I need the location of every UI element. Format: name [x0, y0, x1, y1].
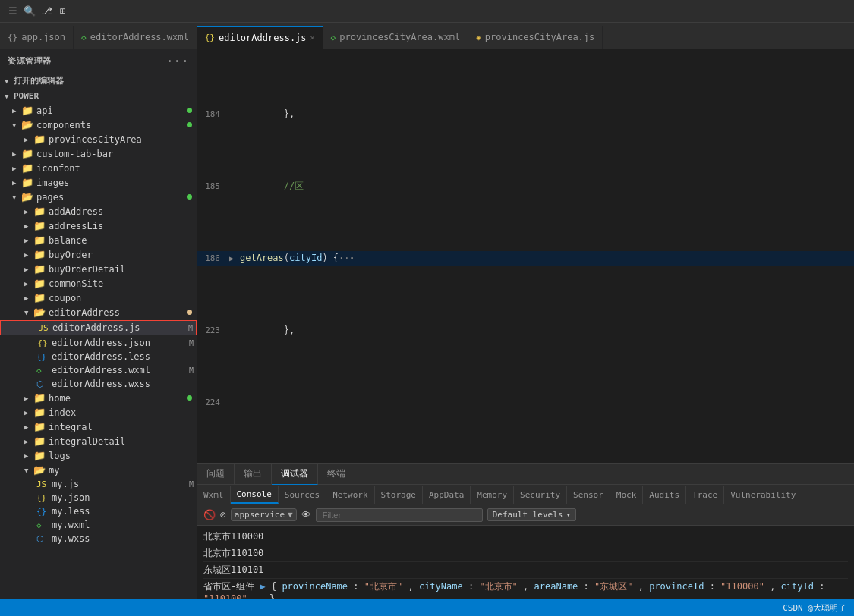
tab-close-js[interactable]: ✕ [310, 33, 315, 42]
sidebar-item-editor-address-folder[interactable]: ▼ 📂 editorAddress [0, 305, 197, 319]
collapse-arrow-186[interactable]: ▶ [229, 251, 240, 266]
inner-tab-audits[interactable]: Audits [643, 486, 686, 504]
editor-address-wxss-label: editorAddress.wxss [52, 379, 150, 389]
editor-address-less-label: editorAddress.less [52, 351, 150, 362]
filter-input[interactable] [316, 508, 483, 522]
folder-icon-integral-detail: 📁 [33, 435, 46, 447]
sidebar-item-pages[interactable]: ▼ 📂 pages [0, 190, 197, 204]
sidebar-item-editor-address-wxml[interactable]: ◇ editorAddress.wxml M [0, 363, 197, 377]
panel-tab-output[interactable]: 输出 [235, 464, 272, 485]
toolbar-clear-icon[interactable]: 🚫 [203, 509, 216, 520]
sidebar-item-editor-address-js[interactable]: JS editorAddress.js M [0, 320, 197, 335]
editor-address-json-label: editorAddress.json [52, 338, 150, 348]
sidebar-item-editor-address-json[interactable]: {} editorAddress.json M [0, 336, 197, 350]
buy-order-detail-label: buyOrderDetail [49, 264, 125, 275]
inner-tab-security[interactable]: Security [514, 486, 567, 504]
tab-provinces-js[interactable]: ◈ provincesCityArea.js [468, 26, 603, 49]
watermark-label: CSDN @大聪明了 [783, 602, 846, 614]
split-icon[interactable]: ⊞ [56, 5, 70, 18]
service-label: appservice [235, 510, 285, 520]
inner-tab-wxml[interactable]: Wxml [197, 486, 231, 504]
logs-label: logs [49, 451, 71, 461]
power-label: POWER [14, 91, 39, 101]
sidebar-item-integral-detail[interactable]: ▶ 📁 integralDetail [0, 434, 197, 448]
inner-tab-sources[interactable]: Sources [279, 486, 326, 504]
sidebar-dots[interactable]: ··· [166, 54, 189, 68]
sidebar-item-index[interactable]: ▶ 📁 index [0, 405, 197, 420]
tab-bar: {} app.json ◇ editorAddress.wxml {} edit… [0, 23, 854, 49]
coupon-label: coupon [49, 293, 81, 303]
sidebar-item-api[interactable]: ▶ 📁 api [0, 103, 197, 118]
sidebar-item-images[interactable]: ▶ 📁 images [0, 175, 197, 190]
panel-tab-issues[interactable]: 问题 [197, 464, 235, 485]
inner-tab-memory[interactable]: Memory [471, 486, 514, 504]
sidebar-item-my-wxml[interactable]: ◇ my.wxml [0, 518, 197, 532]
sidebar-item-add-address[interactable]: ▶ 📁 addAddress [0, 204, 197, 218]
service-selector[interactable]: appservice ▼ [231, 508, 297, 521]
sidebar-item-editor-address-wxss[interactable]: ⬡ editorAddress.wxss [0, 377, 197, 391]
console-output[interactable]: 北京市110000 北京市110100 东城区110101 省市区-组件 ▶ {… [197, 526, 854, 599]
search-icon[interactable]: 🔍 [23, 5, 36, 18]
inner-tab-mock[interactable]: Mock [610, 486, 644, 504]
sidebar-item-integral[interactable]: ▶ 📁 integral [0, 420, 197, 434]
console-val-province: "北京市" [364, 581, 402, 592]
tab-provinces-wxml[interactable]: ◇ provincesCityArea.wxml [323, 26, 469, 49]
sidebar-item-editor-address-less[interactable]: {} editorAddress.less [0, 350, 197, 363]
source-control-icon[interactable]: ⎇ [39, 5, 53, 18]
console-line-2: 北京市110100 [203, 545, 848, 562]
sidebar-title[interactable]: 资源管理器 ··· [0, 49, 197, 73]
sidebar-section-open-editors[interactable]: ▼ 打开的编辑器 [0, 73, 197, 89]
sidebar-item-coupon[interactable]: ▶ 📁 coupon [0, 291, 197, 305]
sidebar-item-my-json[interactable]: {} my.json [0, 491, 197, 504]
sidebar-item-iconfont[interactable]: ▶ 📁 iconfont [0, 161, 197, 175]
code-content: 184 }, 185 //区 186 ▶ getAreas(cityId) {·… [197, 49, 854, 463]
tab-app-json[interactable]: {} app.json [0, 26, 74, 49]
sidebar-item-home[interactable]: ▶ 📁 home [0, 391, 197, 405]
inner-tab-vulnerability[interactable]: Vulnerability [724, 486, 802, 504]
toolbar-pause-icon[interactable]: ⊘ [220, 509, 226, 520]
default-levels-arrow: ▾ [566, 510, 571, 520]
inner-tab-trace[interactable]: Trace [686, 486, 724, 504]
inner-tab-appdata[interactable]: AppData [423, 486, 471, 504]
chevron-index: ▶ [24, 409, 33, 416]
sidebar-item-balance[interactable]: ▶ 📁 balance [0, 233, 197, 247]
folder-icon-balance: 📁 [33, 234, 46, 246]
inner-tab-console[interactable]: Console [231, 486, 279, 504]
folder-icon-home: 📁 [33, 392, 46, 404]
bottom-panel: 问题 输出 调试器 终端 Wxml Console Sources Networ… [197, 463, 854, 599]
inner-tab-network[interactable]: Network [326, 486, 374, 504]
inner-tab-storage[interactable]: Storage [375, 486, 423, 504]
sidebar-item-provinces-city[interactable]: ▶ 📁 provincesCityArea [0, 132, 197, 146]
panel-tab-issues-label: 问题 [206, 467, 225, 480]
sidebar-item-buy-order-detail[interactable]: ▶ 📁 buyOrderDetail [0, 262, 197, 276]
sidebar-item-address-lis[interactable]: ▶ 📁 addressLis [0, 218, 197, 233]
sidebar-item-logs[interactable]: ▶ 📁 logs [0, 448, 197, 463]
sidebar-item-my-js[interactable]: JS my.js M [0, 477, 197, 491]
code-editor[interactable]: 184 }, 185 //区 186 ▶ getAreas(cityId) {·… [197, 49, 854, 463]
panel-tab-terminal-label: 终端 [327, 467, 345, 480]
chevron-integral: ▶ [24, 423, 33, 431]
sidebar-item-common-site[interactable]: ▶ 📁 commonSite [0, 276, 197, 291]
sidebar-item-components[interactable]: ▼ 📂 components [0, 118, 197, 132]
common-site-label: commonSite [49, 278, 103, 289]
tab-editor-address-js[interactable]: {} editorAddress.js ✕ [197, 26, 323, 49]
tab-editor-address-wxml[interactable]: ◇ editorAddress.wxml [74, 26, 197, 49]
panel-tab-debugger[interactable]: 调试器 [272, 464, 318, 485]
chevron-add-address: ▶ [24, 208, 33, 215]
sidebar-item-my-less[interactable]: {} my.less [0, 504, 197, 518]
console-text-4-arrow[interactable]: ▶ [260, 581, 270, 592]
inner-tab-sensor[interactable]: Sensor [567, 486, 610, 504]
default-levels-dropdown[interactable]: Default levels ▾ [487, 508, 576, 521]
editor-address-wxml-label: editorAddress.wxml [52, 365, 150, 376]
sidebar-item-buy-order[interactable]: ▶ 📁 buyOrder [0, 247, 197, 262]
sidebar-item-my-wxss[interactable]: ⬡ my.wxss [0, 532, 197, 545]
eye-button[interactable]: 👁 [301, 509, 311, 520]
sidebar-item-my-folder[interactable]: ▼ 📂 my [0, 463, 197, 477]
sidebar-item-custom-tab[interactable]: ▶ 📁 custom-tab-bar [0, 146, 197, 161]
address-lis-label: addressLis [49, 221, 103, 231]
folder-icon-buy-order: 📁 [33, 249, 46, 260]
code-line-186: 186 ▶ getAreas(cityId) {··· [197, 251, 854, 266]
sidebar-section-power[interactable]: ▼ POWER [0, 89, 197, 103]
menu-icon[interactable]: ☰ [6, 5, 20, 18]
panel-tab-terminal[interactable]: 终端 [318, 464, 355, 485]
